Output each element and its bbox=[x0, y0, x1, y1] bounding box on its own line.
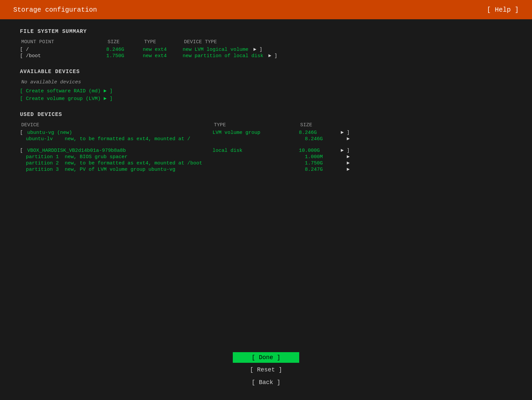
filesystem-summary-section: FILE SYSTEM SUMMARY MOUNT POINT SIZE TYP… bbox=[20, 29, 512, 59]
fs-row-type-1: new ext4 bbox=[143, 47, 183, 52]
help-button[interactable]: [ Help ] bbox=[487, 6, 519, 14]
dev-group-ubuntu-vg: [ ubuntu-vg (new) LVM volume group 8.246… bbox=[20, 130, 512, 142]
bracket-open-2: [ /boot bbox=[20, 53, 41, 59]
partition-3-size: 8.247G bbox=[305, 167, 345, 172]
dev-group-vbox: [ VBOX_HARDDISK_VB2d14b01a-979b8a8b loca… bbox=[20, 148, 512, 172]
dev-header-size: SIZE bbox=[300, 122, 340, 128]
available-devices-heading: AVAILABLE DEVICES bbox=[20, 69, 512, 75]
arrow-icon-1: ► ] bbox=[253, 47, 262, 52]
partition-1-arrow: ► bbox=[345, 154, 512, 160]
ubuntu-vg-size: 8.246G bbox=[299, 130, 339, 136]
ubuntu-vg-type: LVM volume group bbox=[213, 130, 299, 136]
main-content: FILE SYSTEM SUMMARY MOUNT POINT SIZE TYP… bbox=[0, 19, 532, 352]
header-title: Storage configuration bbox=[13, 6, 97, 14]
available-devices-section: AVAILABLE DEVICES No available devices [… bbox=[20, 69, 512, 102]
fs-header-mount: MOUNT POINT bbox=[21, 39, 108, 45]
partition-2-name: partition 2 new, to be formatted as ext4… bbox=[26, 160, 219, 166]
create-raid-button[interactable]: [ Create software RAID (md) ► ] bbox=[20, 88, 512, 94]
partition-1-name: partition 1 new, BIOS grub spacer bbox=[26, 154, 219, 160]
fs-header-size: SIZE bbox=[108, 39, 144, 45]
reset-button[interactable]: [ Reset ] bbox=[233, 364, 299, 375]
back-button[interactable]: [ Back ] bbox=[233, 377, 299, 388]
bottom-buttons: [ Done ] [ Reset ] [ Back ] bbox=[0, 352, 532, 400]
ubuntu-lv-arrow: ► bbox=[345, 136, 512, 142]
bracket-open-1: [ / bbox=[20, 47, 29, 52]
partition-1-row[interactable]: partition 1 new, BIOS grub spacer 1.000M… bbox=[20, 154, 512, 160]
partition-3-row[interactable]: partition 3 new, PV of LVM volume group … bbox=[20, 167, 512, 172]
dev-header-device: DEVICE bbox=[21, 122, 214, 128]
fs-row-devtype-2: new partition of local disk ► ] bbox=[183, 53, 512, 59]
fs-col-headers: MOUNT POINT SIZE TYPE DEVICE TYPE bbox=[20, 39, 512, 45]
fs-row[interactable]: [ / 8.246G new ext4 new LVM logical volu… bbox=[20, 47, 512, 52]
fs-row-size-2: 1.750G bbox=[106, 53, 143, 59]
partition-1-size: 1.000M bbox=[305, 154, 345, 160]
vbox-type: local disk bbox=[213, 148, 299, 153]
filesystem-summary-heading: FILE SYSTEM SUMMARY bbox=[20, 29, 512, 35]
fs-row-mount-2: [ /boot bbox=[20, 53, 106, 59]
no-available-devices-label: No available devices bbox=[20, 79, 512, 85]
fs-row[interactable]: [ /boot 1.750G new ext4 new partition of… bbox=[20, 53, 512, 59]
vbox-name: [ VBOX_HARDDISK_VB2d14b01a-979b8a8b bbox=[20, 148, 213, 153]
ubuntu-lv-name: ubuntu-lv new, to be formatted as ext4, … bbox=[26, 136, 219, 142]
partition-3-arrow: ► bbox=[345, 167, 512, 172]
partition-2-row[interactable]: partition 2 new, to be formatted as ext4… bbox=[20, 160, 512, 166]
group-separator bbox=[20, 143, 512, 148]
used-devices-heading: USED DEVICES bbox=[20, 112, 512, 118]
vbox-size: 10.000G bbox=[299, 148, 339, 153]
dev-header-type: TYPE bbox=[214, 122, 300, 128]
vbox-header-row[interactable]: [ VBOX_HARDDISK_VB2d14b01a-979b8a8b loca… bbox=[20, 148, 512, 153]
partition-2-arrow: ► bbox=[345, 160, 512, 166]
fs-header-type: TYPE bbox=[144, 39, 184, 45]
fs-header-devtype: DEVICE TYPE bbox=[184, 39, 512, 45]
used-devices-section: USED DEVICES DEVICE TYPE SIZE [ ubuntu-v… bbox=[20, 112, 512, 172]
ubuntu-vg-arrow: ► ] bbox=[339, 130, 512, 136]
partition-3-name: partition 3 new, PV of LVM volume group … bbox=[26, 167, 219, 172]
ubuntu-lv-size: 8.246G bbox=[305, 136, 345, 142]
done-button[interactable]: [ Done ] bbox=[233, 352, 299, 363]
ubuntu-lv-row[interactable]: ubuntu-lv new, to be formatted as ext4, … bbox=[20, 136, 512, 142]
partition-2-size: 1.750G bbox=[305, 160, 345, 166]
fs-row-devtype-1: new LVM logical volume ► ] bbox=[183, 47, 512, 52]
fs-row-mount-1: [ / bbox=[20, 47, 106, 52]
vbox-arrow: ► ] bbox=[339, 148, 512, 153]
fs-row-type-2: new ext4 bbox=[143, 53, 183, 59]
dev-col-headers: DEVICE TYPE SIZE bbox=[20, 122, 512, 128]
arrow-icon-2: ► ] bbox=[268, 53, 277, 59]
ubuntu-vg-name: [ ubuntu-vg (new) bbox=[20, 130, 213, 136]
fs-row-size-1: 8.246G bbox=[106, 47, 143, 52]
create-lvm-button[interactable]: [ Create volume group (LVM) ► ] bbox=[20, 96, 512, 102]
header: Storage configuration [ Help ] bbox=[0, 0, 532, 19]
ubuntu-vg-header-row[interactable]: [ ubuntu-vg (new) LVM volume group 8.246… bbox=[20, 130, 512, 136]
